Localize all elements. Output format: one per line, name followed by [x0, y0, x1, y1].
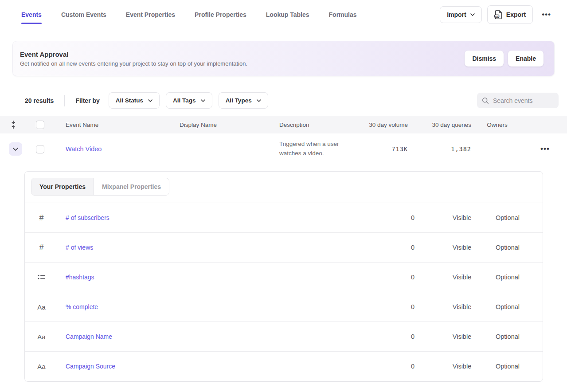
property-row: ## of subscribers0VisibleOptional — [25, 203, 543, 233]
banner-text: Event Approval Get notified on all new e… — [20, 51, 247, 67]
banner-title: Event Approval — [20, 51, 247, 58]
filter-dropdown-all-tags[interactable]: All Tags — [166, 92, 212, 109]
property-requirement: Optional — [487, 274, 528, 281]
list-type-icon — [25, 274, 58, 280]
event-volume: 713K — [359, 145, 408, 153]
col-30-day-queries: 30 day queries — [408, 122, 471, 128]
dropdown-label: All Types — [226, 97, 252, 104]
topnav-actions: Import csv Export ••• — [440, 5, 555, 24]
dropdown-label: All Status — [116, 97, 143, 104]
chevron-down-icon — [201, 99, 205, 102]
export-label: Export — [506, 11, 526, 18]
property-requirement: Optional — [487, 214, 528, 221]
col-event-name: Event Name — [55, 122, 180, 128]
enable-button[interactable]: Enable — [508, 51, 544, 67]
chevron-down-icon — [148, 99, 153, 102]
property-name-link[interactable]: Campaign Name — [58, 333, 388, 340]
property-row: ## of views0VisibleOptional — [25, 233, 543, 263]
nav-tab-custom-events[interactable]: Custom Events — [61, 0, 106, 29]
property-requirement: Optional — [487, 303, 528, 310]
text-type-icon: Aa — [25, 303, 58, 311]
search-icon — [482, 97, 489, 104]
text-type-icon: Aa — [25, 333, 58, 341]
event-table-row: Watch Video Triggered when a user watche… — [0, 133, 567, 165]
property-queries: 0 — [388, 303, 437, 310]
property-row: #hashtags0VisibleOptional — [25, 263, 543, 292]
event-queries: 1,382 — [408, 145, 471, 153]
dismiss-button[interactable]: Dismiss — [465, 51, 504, 67]
filter-dropdowns: All StatusAll TagsAll Types — [109, 92, 268, 109]
more-options-button[interactable]: ••• — [538, 8, 555, 22]
properties-list: ## of subscribers0VisibleOptional## of v… — [25, 203, 543, 381]
properties-tab-group: Your PropertiesMixpanel Properties — [31, 178, 169, 196]
results-count: 20 results — [25, 97, 54, 104]
nav-tab-lookup-tables[interactable]: Lookup Tables — [266, 0, 309, 29]
property-queries: 0 — [388, 274, 437, 281]
banner-description: Get notified on all new events entering … — [20, 60, 247, 67]
filter-dropdown-all-types[interactable]: All Types — [219, 92, 268, 109]
event-description: Triggered when a user watches a video. — [279, 140, 359, 158]
collapse-all-button[interactable] — [6, 118, 20, 132]
nav-tab-formulas[interactable]: Formulas — [329, 0, 357, 29]
property-name-link[interactable]: Campaign Source — [58, 363, 388, 370]
nav-tab-event-properties[interactable]: Event Properties — [126, 0, 175, 29]
property-name-link[interactable]: # of views — [58, 244, 388, 251]
property-name-link[interactable]: % complete — [58, 303, 388, 310]
search-box — [477, 93, 559, 108]
property-requirement: Optional — [487, 244, 528, 251]
property-requirement: Optional — [487, 363, 528, 370]
property-name-link[interactable]: #hashtags — [58, 274, 388, 281]
filter-row: 20 results Filter by All StatusAll TagsA… — [25, 92, 559, 109]
property-queries: 0 — [388, 214, 437, 221]
table-header: Event Name Display Name Description 30 d… — [0, 116, 567, 133]
csv-file-icon: csv — [494, 10, 502, 19]
select-all-checkbox[interactable] — [36, 121, 44, 129]
banner-actions: Dismiss Enable — [465, 51, 544, 67]
row-checkbox[interactable] — [36, 145, 44, 153]
export-button[interactable]: csv Export — [487, 5, 533, 24]
property-requirement: Optional — [487, 333, 528, 340]
filter-dropdown-all-status[interactable]: All Status — [109, 92, 160, 109]
number-type-icon: # — [25, 243, 58, 252]
properties-tabbar: Your PropertiesMixpanel Properties — [25, 172, 543, 203]
divider — [64, 95, 65, 106]
property-row: Aa% complete0VisibleOptional — [25, 292, 543, 322]
nav-tab-events[interactable]: Events — [21, 0, 42, 29]
import-button[interactable]: Import — [440, 6, 482, 23]
chevron-down-icon — [257, 99, 261, 102]
col-display-name: Display Name — [180, 122, 279, 128]
dropdown-label: All Tags — [173, 97, 196, 104]
search-input[interactable] — [493, 97, 554, 104]
property-visibility: Visible — [437, 274, 487, 281]
import-label: Import — [447, 11, 466, 18]
property-visibility: Visible — [437, 363, 487, 370]
row-more-options-button[interactable]: ••• — [523, 145, 567, 153]
col-description: Description — [279, 122, 359, 128]
property-name-link[interactable]: # of subscribers — [58, 214, 388, 221]
property-visibility: Visible — [437, 244, 487, 251]
collapse-row-chevron-button[interactable] — [9, 142, 22, 156]
property-row: AaCampaign Name0VisibleOptional — [25, 322, 543, 352]
top-navigation: EventsCustom EventsEvent PropertiesProfi… — [0, 0, 567, 29]
nav-tabs: EventsCustom EventsEvent PropertiesProfi… — [21, 0, 357, 29]
event-approval-banner: Event Approval Get notified on all new e… — [12, 41, 555, 76]
col-30-day-volume: 30 day volume — [359, 122, 408, 128]
property-queries: 0 — [388, 244, 437, 251]
chevron-down-icon — [470, 13, 475, 16]
properties-tab-your-properties[interactable]: Your Properties — [31, 178, 94, 195]
property-row: AaCampaign Source0VisibleOptional — [25, 352, 543, 381]
property-visibility: Visible — [437, 214, 487, 221]
event-name-link[interactable]: Watch Video — [55, 145, 180, 153]
svg-text:csv: csv — [495, 15, 499, 17]
number-type-icon: # — [25, 213, 58, 223]
col-owners: Owners — [471, 122, 523, 128]
nav-tab-profile-properties[interactable]: Profile Properties — [195, 0, 246, 29]
properties-panel: Your PropertiesMixpanel Properties ## of… — [24, 171, 543, 382]
property-visibility: Visible — [437, 303, 487, 310]
filter-by-label: Filter by — [75, 97, 99, 104]
properties-tab-mixpanel-properties[interactable]: Mixpanel Properties — [94, 178, 169, 195]
property-visibility: Visible — [437, 333, 487, 340]
property-queries: 0 — [388, 363, 437, 370]
property-queries: 0 — [388, 333, 437, 340]
text-type-icon: Aa — [25, 363, 58, 370]
